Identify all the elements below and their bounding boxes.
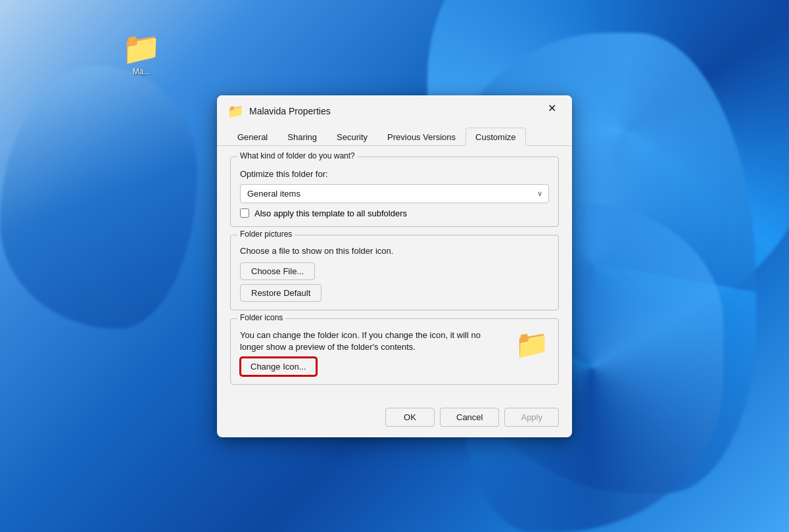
folder-icons-description: You can change the folder icon. If you c…: [240, 329, 504, 353]
folder-preview-icon: 📁: [515, 331, 549, 358]
tab-general[interactable]: General: [227, 128, 277, 146]
dialog-title: Malavida Properties: [249, 106, 562, 116]
folder-icons-content: You can change the folder icon. If you c…: [240, 329, 549, 376]
apply-button[interactable]: Apply: [504, 408, 559, 427]
properties-dialog: 📁 Malavida Properties ✕ General Sharing …: [217, 95, 572, 437]
folder-icons-legend: Folder icons: [237, 313, 285, 322]
change-icon-button[interactable]: Change Icon...: [240, 357, 317, 376]
folder-pictures-buttons: Choose File... Restore Default: [240, 262, 549, 302]
folder-icons-left: You can change the folder icon. If you c…: [240, 329, 504, 376]
folder-pictures-legend: Folder pictures: [237, 230, 295, 239]
optimize-label: Optimize this folder for:: [240, 169, 549, 179]
folder-type-section: What kind of folder do you want? Optimiz…: [230, 157, 559, 227]
ok-button[interactable]: OK: [385, 408, 435, 427]
title-bar: 📁 Malavida Properties ✕: [217, 95, 572, 119]
checkbox-row: Also apply this template to all subfolde…: [240, 208, 549, 218]
tab-security[interactable]: Security: [327, 128, 377, 146]
dropdown-container: General items Documents Pictures Music V…: [240, 184, 549, 203]
tabs-container: General Sharing Security Previous Versio…: [217, 122, 572, 146]
folder-pictures-description: Choose a file to show on this folder ico…: [240, 246, 549, 256]
optimize-dropdown[interactable]: General items Documents Pictures Music V…: [240, 184, 549, 203]
dialog-content: What kind of folder do you want? Optimiz…: [217, 146, 572, 400]
restore-default-button[interactable]: Restore Default: [240, 284, 322, 302]
cancel-button[interactable]: Cancel: [440, 408, 499, 427]
tab-sharing[interactable]: Sharing: [277, 128, 327, 146]
folder-type-legend: What kind of folder do you want?: [237, 151, 358, 160]
dialog-buttons: OK Cancel Apply: [217, 400, 572, 437]
tab-customize[interactable]: Customize: [466, 128, 525, 146]
tab-previous-versions[interactable]: Previous Versions: [377, 128, 466, 146]
subfolders-checkbox[interactable]: [240, 208, 249, 218]
choose-file-button[interactable]: Choose File...: [240, 262, 315, 280]
folder-pictures-section: Folder pictures Choose a file to show on…: [230, 235, 559, 310]
dialog-overlay: 📁 Malavida Properties ✕ General Sharing …: [0, 0, 789, 532]
close-button[interactable]: ✕: [537, 98, 567, 119]
folder-icons-section: Folder icons You can change the folder i…: [230, 318, 559, 385]
subfolders-checkbox-label: Also apply this template to all subfolde…: [254, 208, 407, 218]
title-bar-folder-icon: 📁: [227, 103, 244, 119]
